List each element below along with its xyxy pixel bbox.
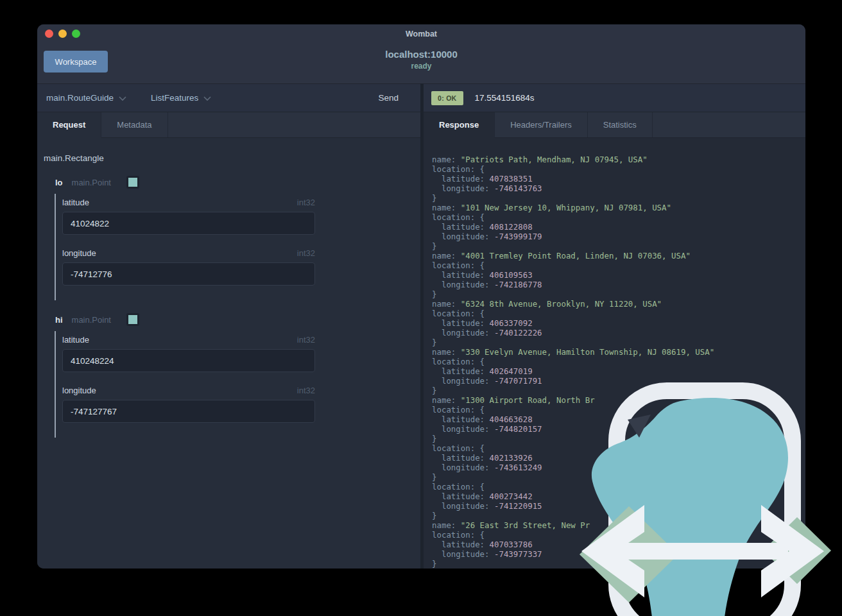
input-type: int32 [297, 248, 315, 258]
window-controls [37, 30, 80, 38]
title-bar: Wombat [37, 24, 805, 42]
request-pane: main.RouteGuide ListFeatures Send Reques… [37, 83, 424, 569]
field-name: lo [55, 178, 63, 187]
response-pane: 0: OK 17.554151684s Response Headers/Tra… [424, 83, 805, 569]
header: Workspace localhost:10000 ready [37, 42, 805, 83]
checkbox-checked-icon [128, 315, 137, 324]
status-badge: 0: OK [431, 91, 463, 105]
lo-longitude-input[interactable] [62, 262, 315, 286]
response-output: name: "Patriots Path, Mendham, NJ 07945,… [424, 138, 805, 569]
service-select[interactable]: main.RouteGuide [46, 93, 114, 103]
input-label: longitude [62, 248, 96, 258]
input-label: latitude [62, 335, 89, 345]
tab-response[interactable]: Response [424, 112, 495, 138]
input-label: longitude [62, 386, 96, 395]
field-hi-header: hi main.Point [55, 313, 420, 326]
tab-headers-trailers[interactable]: Headers/Trailers [495, 112, 588, 137]
input-type: int32 [297, 386, 315, 395]
field-hi-checkbox[interactable] [126, 313, 139, 326]
input-label: latitude [62, 198, 89, 207]
field-lo-group: latitude int32 longitude int32 [55, 194, 420, 300]
chevron-down-icon[interactable] [203, 92, 211, 104]
request-toolbar: main.RouteGuide ListFeatures Send [37, 83, 420, 112]
window-title: Wombat [37, 24, 805, 42]
request-form: main.Rectangle lo main.Point latitude in… [37, 138, 420, 569]
response-tabs: Response Headers/Trailers Statistics [424, 112, 805, 138]
chevron-down-icon[interactable] [119, 92, 126, 104]
message-type-label: main.Rectangle [44, 153, 420, 163]
hi-longitude-input[interactable] [62, 400, 315, 423]
method-select[interactable]: ListFeatures [151, 93, 198, 103]
minimize-window-icon[interactable] [58, 30, 67, 38]
tab-request[interactable]: Request [37, 112, 101, 138]
response-toolbar: 0: OK 17.554151684s [424, 83, 805, 112]
input-type: int32 [297, 335, 315, 345]
send-button[interactable]: Send [378, 93, 411, 103]
field-type: main.Point [72, 178, 111, 187]
connection-target: localhost:10000 [37, 49, 805, 60]
field-name: hi [55, 315, 63, 325]
field-hi-group: latitude int32 longitude int32 [55, 331, 420, 438]
close-window-icon[interactable] [45, 30, 53, 38]
lo-latitude-input[interactable] [62, 212, 315, 235]
connection-state: ready [37, 62, 805, 71]
field-lo-header: lo main.Point [55, 176, 420, 189]
app-window: Wombat Workspace localhost:10000 ready m… [37, 24, 805, 569]
checkbox-checked-icon [128, 178, 137, 187]
hi-latitude-input[interactable] [62, 349, 315, 372]
tab-metadata[interactable]: Metadata [101, 112, 168, 137]
tab-statistics[interactable]: Statistics [588, 112, 653, 137]
field-lo-checkbox[interactable] [126, 176, 139, 189]
request-tabs: Request Metadata [37, 112, 420, 138]
input-type: int32 [297, 198, 315, 207]
zoom-window-icon[interactable] [72, 30, 80, 38]
connection-status: localhost:10000 ready [37, 49, 805, 71]
field-type: main.Point [72, 315, 111, 325]
duration-label: 17.554151684s [475, 93, 535, 103]
